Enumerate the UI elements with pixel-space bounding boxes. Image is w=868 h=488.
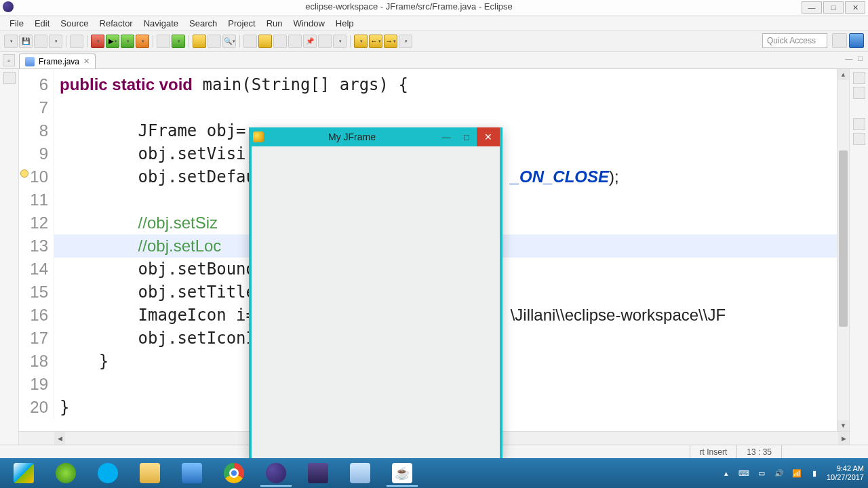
status-insert-mode: rt Insert [690,445,737,458]
jframe-maximize-button[interactable]: □ [456,127,477,146]
eclipse-titlebar: eclipse-workspace - JFrame/src/Frame.jav… [0,0,868,16]
eclipse-app-icon [3,1,14,12]
toolbar-sep [350,35,351,47]
menu-help[interactable]: Help [330,17,359,30]
right-trim [849,69,868,445]
switch-button[interactable] [49,35,62,48]
jframe-titlebar[interactable]: My JFrame — □ ✕ [249,127,502,146]
link-button[interactable] [70,35,83,48]
taskbar-clock[interactable]: 9:42 AM 10/27/2017 [827,464,864,482]
restore-view-button[interactable]: ▫ [3,54,15,66]
editor-tabs: ▫ Frame.java ✕ — □ [0,52,868,69]
scroll-up-icon[interactable]: ▲ [837,69,849,80]
explorer-taskbar-button[interactable] [130,460,170,487]
toolbar-sep [153,35,153,47]
open-type-button[interactable] [193,35,206,48]
new-button[interactable] [4,35,18,48]
other-view-stub[interactable] [853,118,865,130]
toggle-mark-button[interactable] [243,35,257,48]
tray-expand-icon[interactable]: ▴ [721,468,732,479]
save-button[interactable]: 💾 [19,35,33,48]
forward-button[interactable]: → [384,35,397,48]
close-button[interactable]: ✕ [845,1,865,14]
new-class-button[interactable] [172,35,185,48]
new-package-button[interactable] [157,35,170,48]
run-button[interactable]: ▶ [106,35,119,48]
outline-stub[interactable] [853,72,865,84]
java-app-taskbar-button[interactable]: ☕ [382,460,422,487]
word-wrap-button[interactable] [318,35,332,48]
action-center-icon[interactable]: ▭ [756,468,767,479]
open-perspective-button[interactable] [832,33,847,48]
menu-file[interactable]: File [4,17,29,30]
pin-editor-button[interactable]: 📌 [303,35,317,48]
maximize-editor-button[interactable]: □ [858,54,863,62]
scroll-left-icon[interactable]: ◀ [54,432,65,445]
maximize-button[interactable]: □ [823,1,844,14]
toolbar-sep [239,35,240,47]
photos-taskbar-button[interactable] [172,460,212,487]
media-player-taskbar-button[interactable] [298,460,338,487]
file-tab-label: Frame.java [39,57,79,66]
ext-tools-button[interactable] [136,35,149,48]
jframe-window[interactable]: My JFrame — □ ✕ [249,127,502,461]
notepad-taskbar-button[interactable] [340,460,380,487]
pin-button[interactable] [399,35,412,48]
vertical-scrollbar[interactable]: ▲ ▼ [837,69,849,431]
open-task-button[interactable] [208,35,221,48]
toolbar: 💾 ▶ 🔍 📌 ← → Quick Access [0,31,868,52]
block-select-button[interactable] [273,35,287,48]
clock-date: 10/27/2017 [827,473,864,482]
file-tab-frame-java[interactable]: Frame.java ✕ [19,54,96,68]
minimize-editor-button[interactable]: — [845,54,852,62]
menu-source[interactable]: Source [55,17,94,30]
minimize-button[interactable]: — [802,1,822,14]
keyboard-icon[interactable]: ⌨ [738,468,749,479]
scrollbar-thumb[interactable] [839,150,848,327]
quick-access-input[interactable]: Quick Access [762,33,827,48]
package-explorer-stub[interactable] [3,72,16,84]
show-whitespace-button[interactable] [288,35,302,48]
start-button[interactable] [4,460,43,487]
warning-marker-icon[interactable] [20,169,28,178]
window-title: eclipse-workspace - JFrame/src/Frame.jav… [18,1,800,12]
task-list-stub[interactable] [853,87,865,99]
close-tab-icon[interactable]: ✕ [83,57,90,66]
menu-run[interactable]: Run [261,17,288,30]
left-trim [0,69,19,445]
scroll-right-icon[interactable]: ▶ [838,432,849,445]
volume-icon[interactable]: 🔊 [774,468,785,479]
debug-button[interactable] [91,35,104,48]
search-dropdown[interactable]: 🔍 [222,35,236,48]
jframe-minimize-button[interactable]: — [436,127,456,146]
save-all-button[interactable] [34,35,47,48]
toolbar-sep [189,35,189,47]
jframe-title-text: My JFrame [268,131,436,142]
java-perspective-button[interactable] [849,33,864,48]
next-annotation-button[interactable] [333,35,347,48]
network-icon[interactable]: 📶 [791,468,802,479]
utorrent-taskbar-button[interactable] [46,460,85,487]
coverage-button[interactable] [121,35,134,48]
menu-search[interactable]: Search [184,17,222,30]
annotation-button[interactable] [258,35,272,48]
eclipse-taskbar-button[interactable] [256,460,296,487]
last-edit-button[interactable] [354,35,368,48]
toolbar-sep [87,35,87,47]
back-button[interactable]: ← [369,35,382,48]
menu-navigate[interactable]: Navigate [138,17,184,30]
jframe-close-button[interactable]: ✕ [477,127,500,146]
windows-taskbar: ☕ ▴ ⌨ ▭ 🔊 📶 ▮ 9:42 AM 10/27/2017 [0,458,868,488]
menu-refactor[interactable]: Refactor [94,17,138,30]
other-view-stub-2[interactable] [853,133,865,145]
menu-window[interactable]: Window [288,17,330,30]
menu-project[interactable]: Project [222,17,260,30]
skype-taskbar-button[interactable] [88,460,127,487]
chrome-taskbar-button[interactable] [214,460,254,487]
menu-edit[interactable]: Edit [29,17,55,30]
battery-icon[interactable]: ▮ [809,468,820,479]
status-empty [781,445,863,458]
status-cursor-pos: 13 : 35 [736,445,781,458]
toolbar-sep [66,35,66,47]
scroll-down-icon[interactable]: ▼ [837,420,849,431]
